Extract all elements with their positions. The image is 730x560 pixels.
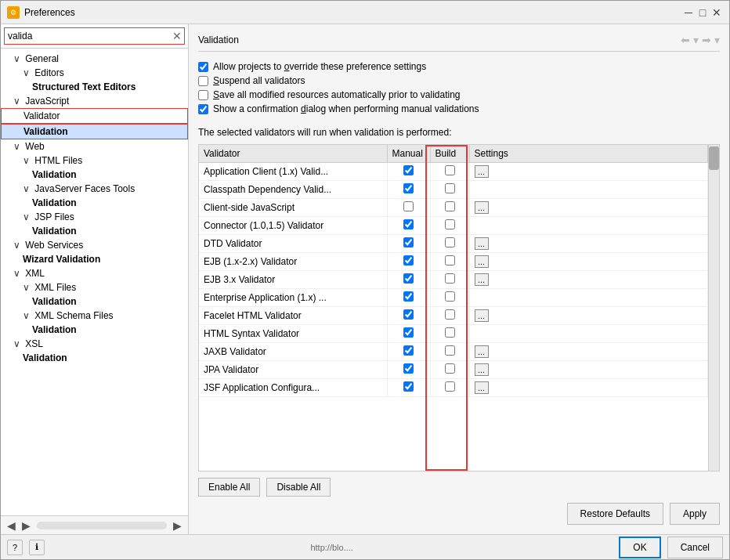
forward-button[interactable]: ▶ [19, 519, 34, 532]
validator-build-cell[interactable] [430, 325, 469, 343]
validator-settings-cell[interactable] [469, 289, 708, 307]
back-nav-dropdown[interactable]: ▾ [693, 34, 699, 46]
search-clear-icon[interactable]: ✕ [172, 30, 182, 42]
settings-button[interactable]: ... [475, 255, 489, 268]
validator-settings-cell[interactable]: ... [469, 343, 708, 361]
tree-item-editors[interactable]: ∨ Editors [1, 66, 188, 80]
back-button[interactable]: ◀ [4, 519, 19, 532]
validator-settings-cell[interactable]: ... [469, 361, 708, 379]
validator-manual-cell[interactable] [387, 271, 430, 289]
info-button[interactable]: ℹ [29, 540, 45, 555]
tree-item-html-validation[interactable]: Validation [1, 168, 188, 182]
table-row: JAXB Validator... [199, 343, 708, 361]
suspend-checkbox[interactable] [198, 76, 208, 86]
settings-button[interactable]: ... [475, 363, 489, 376]
validator-manual-cell[interactable] [387, 235, 430, 253]
validator-build-cell[interactable] [430, 361, 469, 379]
validator-manual-cell[interactable] [387, 163, 430, 181]
validator-build-cell[interactable] [430, 181, 469, 199]
validator-settings-cell[interactable]: ... [469, 235, 708, 253]
validator-build-cell[interactable] [430, 163, 469, 181]
maximize-button[interactable] [696, 6, 709, 19]
allow-override-checkbox[interactable] [198, 62, 208, 72]
tree-item-validator[interactable]: Validator [1, 108, 188, 124]
tree-item-xml-schema-validation[interactable]: Validation [1, 323, 188, 337]
tree-item-structured-text-editors[interactable]: Structured Text Editors [1, 80, 188, 94]
settings-button[interactable]: ... [475, 165, 489, 178]
tree-item-wizard-validation[interactable]: Wizard Validation [1, 252, 188, 266]
validator-manual-cell[interactable] [387, 217, 430, 235]
ok-button[interactable]: OK [619, 537, 660, 558]
tree-item-xsl[interactable]: ∨ XSL [1, 337, 188, 351]
show-confirmation-checkbox[interactable] [198, 104, 208, 114]
settings-button[interactable]: ... [475, 237, 489, 250]
tree-item-jsf-validation[interactable]: Validation [1, 196, 188, 210]
validator-manual-cell[interactable] [387, 343, 430, 361]
search-input[interactable] [4, 27, 185, 45]
validator-manual-cell[interactable] [387, 361, 430, 379]
tree-item-jsf-tools[interactable]: ∨ JavaServer Faces Tools [1, 182, 188, 196]
tree-item-xml-files[interactable]: ∨ XML Files [1, 280, 188, 294]
validator-settings-cell[interactable] [469, 217, 708, 235]
validator-build-cell[interactable] [430, 289, 469, 307]
validator-settings-cell[interactable]: ... [469, 307, 708, 325]
tree-item-general[interactable]: ∨ General [1, 52, 188, 66]
settings-button[interactable]: ... [475, 309, 489, 322]
minimize-button[interactable] [682, 6, 695, 19]
forward-nav-dropdown[interactable]: ▾ [714, 34, 720, 46]
settings-button[interactable]: ... [475, 201, 489, 214]
table-scrollbar[interactable] [708, 145, 719, 471]
settings-button[interactable]: ... [475, 273, 489, 286]
validator-name-cell: Connector (1.0,1.5) Validator [199, 217, 387, 235]
tree-item-xml-schema[interactable]: ∨ XML Schema Files [1, 309, 188, 323]
tree-item-xml-validation[interactable]: Validation [1, 294, 188, 309]
tree-item-validation-js[interactable]: Validation [1, 124, 188, 139]
validator-settings-cell[interactable]: ... [469, 163, 708, 181]
validator-build-cell[interactable] [430, 307, 469, 325]
tree-item-xsl-validation[interactable]: Validation [1, 351, 188, 365]
forward-nav-button[interactable]: ➡ [702, 34, 711, 46]
tree-item-jsp-validation[interactable]: Validation [1, 224, 188, 238]
validator-manual-cell[interactable] [387, 289, 430, 307]
scroll-stub [37, 522, 167, 529]
settings-button[interactable]: ... [475, 381, 489, 394]
expand-icon: ∨ [13, 141, 23, 152]
validator-build-cell[interactable] [430, 343, 469, 361]
tree-item-xml[interactable]: ∨ XML [1, 266, 188, 280]
apply-button[interactable]: Apply [670, 503, 720, 525]
validator-build-cell[interactable] [430, 217, 469, 235]
validator-manual-cell[interactable] [387, 181, 430, 199]
back-nav-button[interactable]: ⬅ [681, 34, 690, 46]
tree-item-javascript[interactable]: ∨ JavaScript [1, 94, 188, 108]
validator-settings-cell[interactable]: ... [469, 199, 708, 217]
settings-button[interactable]: ... [475, 345, 489, 358]
validator-manual-cell[interactable] [387, 379, 430, 397]
help-button[interactable]: ? [7, 540, 23, 555]
validator-manual-cell[interactable] [387, 199, 430, 217]
tree-item-jsp-files[interactable]: ∨ JSP Files [1, 210, 188, 224]
validator-build-cell[interactable] [430, 235, 469, 253]
validator-settings-cell[interactable]: ... [469, 271, 708, 289]
validator-manual-cell[interactable] [387, 307, 430, 325]
tree-item-web-services[interactable]: ∨ Web Services [1, 238, 188, 252]
validator-settings-cell[interactable]: ... [469, 379, 708, 397]
close-button[interactable] [710, 6, 723, 19]
tree-item-web[interactable]: ∨ Web [1, 139, 188, 154]
validator-manual-cell[interactable] [387, 325, 430, 343]
disable-all-button[interactable]: Disable All [266, 478, 331, 497]
restore-defaults-button[interactable]: Restore Defaults [567, 503, 663, 525]
save-modified-checkbox[interactable] [198, 90, 208, 100]
validator-build-cell[interactable] [430, 271, 469, 289]
validator-manual-cell[interactable] [387, 253, 430, 271]
enable-all-button[interactable]: Enable All [198, 478, 260, 497]
search-container: ✕ [1, 24, 188, 49]
tree-item-html-files[interactable]: ∨ HTML Files [1, 154, 188, 168]
validator-build-cell[interactable] [430, 253, 469, 271]
validator-settings-cell[interactable] [469, 325, 708, 343]
validator-settings-cell[interactable]: ... [469, 253, 708, 271]
scroll-right-button[interactable]: ▶ [170, 519, 185, 532]
validator-build-cell[interactable] [430, 379, 469, 397]
validator-build-cell[interactable] [430, 199, 469, 217]
validator-settings-cell[interactable] [469, 181, 708, 199]
cancel-button[interactable]: Cancel [667, 537, 723, 558]
